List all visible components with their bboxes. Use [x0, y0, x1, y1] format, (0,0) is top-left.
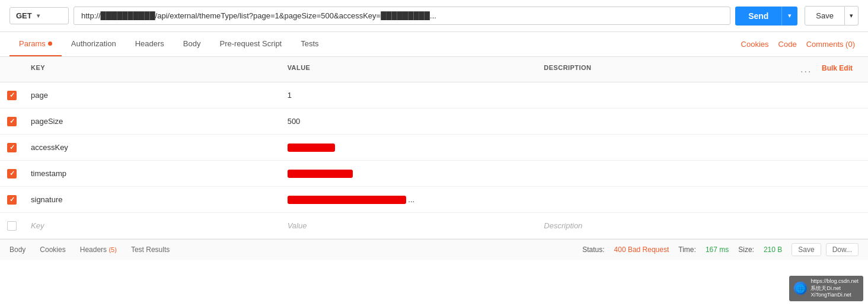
bottom-tab-test-results[interactable]: Test Results [124, 243, 177, 256]
col-more[interactable]: ... [793, 62, 815, 77]
time-label: Time: [678, 246, 696, 254]
method-select[interactable]: GET ▾ [9, 7, 69, 24]
cell-action-page [815, 91, 868, 100]
cell-key-signature[interactable]: signature [24, 190, 280, 209]
cell-value-accesskey[interactable] [280, 138, 537, 157]
size-value: 210 B [764, 246, 782, 254]
cell-desc-timestamp [537, 169, 793, 179]
top-bar: GET ▾ Send ▾ Save ▾ [0, 0, 868, 32]
cell-more-timestamp [793, 169, 815, 179]
tab-params[interactable]: Params [9, 32, 62, 56]
cell-desc-empty: Description [537, 216, 793, 235]
save-button-group: Save ▾ [805, 6, 859, 26]
tab-tests[interactable]: Tests [291, 32, 328, 56]
bulk-edit-button[interactable]: Bulk Edit [815, 62, 868, 77]
url-input[interactable] [74, 7, 730, 25]
comments-link[interactable]: Comments (0) [803, 37, 859, 51]
status-label: Status: [582, 246, 604, 254]
tab-headers[interactable]: Headers [126, 32, 174, 56]
tabs-row: Params Authorization Headers Body Pre-re… [0, 32, 868, 57]
cell-key-timestamp[interactable]: timestamp [24, 164, 280, 183]
redacted-value [288, 196, 406, 204]
cell-more-empty [793, 221, 815, 231]
row-checkbox-pagesize[interactable]: ✓ [0, 112, 24, 131]
row-checkbox-accesskey[interactable]: ✓ [0, 138, 24, 157]
save-button[interactable]: Save [805, 6, 845, 26]
send-dropdown-button[interactable]: ▾ [781, 7, 797, 26]
bottom-tab-headers[interactable]: Headers (5) [73, 243, 124, 256]
code-link[interactable]: Code [775, 37, 800, 51]
cell-more-signature [793, 195, 815, 205]
bottom-save-button[interactable]: Save [792, 243, 821, 256]
table-row: ✓ page 1 [0, 82, 868, 109]
cell-key-accesskey[interactable]: accessKey [24, 138, 280, 157]
send-button-group: Send ▾ [735, 7, 797, 26]
row-checkbox-timestamp[interactable]: ✓ [0, 164, 24, 183]
table-row: ✓ timestamp [0, 161, 868, 187]
cell-key-page[interactable]: page [24, 86, 280, 104]
tab-authorization[interactable]: Authorization [62, 32, 126, 56]
method-label: GET [16, 11, 32, 20]
send-button[interactable]: Send [735, 7, 781, 26]
cell-more-page [793, 91, 815, 100]
cell-desc-signature [537, 195, 793, 205]
save-dropdown-button[interactable]: ▾ [845, 6, 859, 26]
table-row: ✓ pageSize 500 [0, 109, 868, 135]
params-table: KEY VALUE DESCRIPTION ... Bulk Edit ✓ pa… [0, 57, 868, 239]
status-section: Status: 400 Bad Request Time: 167 ms Siz… [582, 246, 782, 254]
cell-action-pagesize [815, 117, 868, 126]
method-chevron-icon: ▾ [37, 12, 40, 19]
cell-desc-accesskey [537, 143, 793, 152]
cell-value-signature[interactable]: ... [280, 190, 537, 209]
col-checkbox [0, 62, 24, 77]
bottom-download-button[interactable]: Dow... [826, 243, 859, 256]
bottom-bar: Body Cookies Headers (5) Test Results St… [0, 239, 868, 260]
bottom-actions: Save Dow... [792, 243, 859, 256]
table-row: ✓ accessKey [0, 135, 868, 161]
tabs-right: Cookies Code Comments (0) [738, 37, 859, 51]
col-description: DESCRIPTION [537, 62, 793, 77]
row-checkbox-page[interactable]: ✓ [0, 86, 24, 105]
cell-action-accesskey [815, 143, 868, 152]
row-checkbox-signature[interactable]: ✓ [0, 190, 24, 209]
bottom-tab-body[interactable]: Body [9, 243, 33, 256]
col-value: VALUE [280, 62, 537, 77]
col-key: KEY [24, 62, 280, 77]
table-header: KEY VALUE DESCRIPTION ... Bulk Edit [0, 57, 868, 82]
cell-value-page[interactable]: 1 [280, 86, 537, 104]
table-row-empty: Key Value Description [0, 213, 868, 239]
cell-action-empty [815, 221, 868, 231]
status-value: 400 Bad Request [614, 246, 669, 254]
params-badge [48, 42, 52, 46]
cookies-link[interactable]: Cookies [738, 37, 773, 51]
cell-more-pagesize [793, 117, 815, 126]
cell-more-accesskey [793, 143, 815, 152]
size-label: Size: [738, 246, 754, 254]
cell-action-signature [815, 195, 868, 205]
table-row: ✓ signature ... [0, 187, 868, 213]
tab-pre-request-script[interactable]: Pre-request Script [210, 32, 291, 56]
tab-body[interactable]: Body [174, 32, 210, 56]
redacted-value [288, 144, 335, 152]
cell-value-empty[interactable]: Value [280, 216, 537, 235]
cell-value-pagesize[interactable]: 500 [280, 112, 537, 130]
time-value: 167 ms [706, 246, 729, 254]
redacted-value [288, 170, 353, 178]
cell-key-empty[interactable]: Key [24, 216, 280, 235]
cell-action-timestamp [815, 169, 868, 179]
headers-count-badge: (5) [108, 246, 116, 253]
cell-desc-pagesize [537, 117, 793, 126]
cell-desc-page [537, 91, 793, 100]
row-checkbox-empty [0, 216, 24, 235]
cell-key-pagesize[interactable]: pageSize [24, 112, 280, 130]
bottom-tab-cookies[interactable]: Cookies [33, 243, 72, 256]
tabs-left: Params Authorization Headers Body Pre-re… [9, 32, 328, 56]
cell-value-timestamp[interactable] [280, 164, 537, 183]
